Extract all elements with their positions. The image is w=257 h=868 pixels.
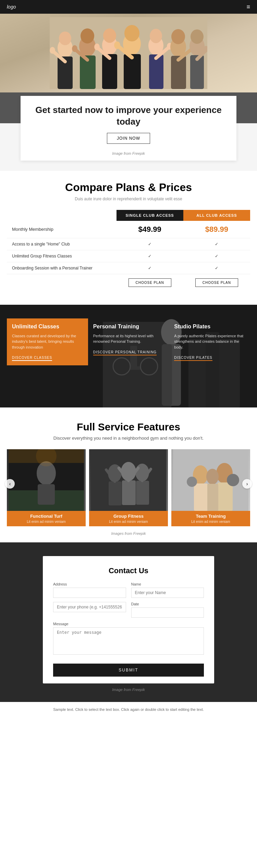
- submit-button[interactable]: SUBMIT: [53, 664, 204, 677]
- contact-form-row-2: Date: [53, 602, 204, 618]
- feature-row-1: Access to a single "Home" Club ✓ ✓: [7, 238, 250, 250]
- hero-card: Get started now to improve your experien…: [21, 96, 236, 161]
- carousel-next-button[interactable]: ›: [242, 479, 252, 489]
- service-title-3: Studio Pilates: [174, 324, 245, 330]
- membership-label: Monthly Membership: [7, 221, 117, 238]
- name-input[interactable]: [131, 588, 204, 598]
- price-single: $49.99: [117, 221, 183, 238]
- contact-card: Contact Us Address Name Date Message: [43, 556, 214, 683]
- svg-point-13: [103, 28, 116, 43]
- price-all: $89.99: [183, 221, 250, 238]
- svg-rect-50: [38, 484, 55, 505]
- address-input[interactable]: [53, 588, 126, 598]
- features-carousel: ‹ Functional Turf Lit enim ad minim: [7, 449, 250, 526]
- feature-label-2: Unlimited Group Fitness Classes: [7, 250, 117, 262]
- footer: Sample text. Click to select the text bo…: [0, 702, 257, 717]
- hero-heading: Get started now to improve your experien…: [31, 104, 226, 128]
- feature-label-3: Onboarding Session with a Personal Train…: [7, 262, 117, 274]
- feature-card-team: Team Training Lit enim ad minim veniam: [171, 449, 250, 526]
- col-single-header: SINGLE CLUB ACCESS: [117, 210, 183, 221]
- compare-heading: Compare Plans & Prices: [7, 181, 250, 194]
- feature-all-check-2: ✓: [183, 250, 250, 262]
- svg-point-23: [150, 29, 162, 43]
- choose-all-button[interactable]: CHOOSE PLAN: [195, 278, 238, 287]
- functional-turf-image: [7, 449, 86, 511]
- phone-group: [53, 602, 126, 618]
- feature-single-check-3: ✓: [117, 262, 183, 274]
- feature-all-check-1: ✓: [183, 238, 250, 250]
- address-label: Address: [53, 582, 126, 586]
- service-link-2[interactable]: DISCOVER PERSONAL TRAINING: [93, 350, 157, 355]
- feature-img-group: [89, 449, 168, 511]
- service-card-unlimited: Unlimited Classes Classes curated and de…: [7, 318, 88, 366]
- svg-rect-74: [207, 484, 218, 511]
- hero-image-credit: Image from Freepik: [31, 151, 226, 155]
- contact-section: Contact Us Address Name Date Message: [0, 542, 257, 702]
- feature-img-functional: [7, 449, 86, 511]
- join-now-button[interactable]: JOIN NOW: [107, 133, 150, 144]
- svg-point-72: [227, 474, 239, 486]
- svg-point-33: [191, 29, 204, 44]
- contact-form-row-3: Message: [53, 622, 204, 656]
- svg-rect-63: [122, 480, 136, 505]
- feature-desc-group: Lit enim ad minim veniam: [93, 520, 164, 524]
- feature-row-3: Onboarding Session with a Personal Train…: [7, 262, 250, 274]
- feature-label-group: Group Fitness Lit enim ad minim veniam: [89, 511, 168, 526]
- address-group: Address: [53, 582, 126, 598]
- site-header: logo ≡: [0, 0, 257, 14]
- svg-point-18: [124, 25, 139, 41]
- pricing-header-row: SINGLE CLUB ACCESS ALL CLUB ACCESS: [7, 210, 250, 221]
- features-subtitle: Discover everything you need in a neighb…: [7, 436, 250, 441]
- svg-rect-68: [194, 483, 208, 511]
- message-input[interactable]: [53, 627, 204, 655]
- feature-label-1: Access to a single "Home" Club: [7, 238, 117, 250]
- service-desc-3: A purely authentic Pilates experience th…: [174, 333, 245, 350]
- feature-img-team: [171, 449, 250, 511]
- features-section: Full Service Features Discover everythin…: [0, 407, 257, 542]
- service-card-pilates: Studio Pilates A purely authentic Pilate…: [169, 318, 250, 366]
- service-title-2: Personal Training: [93, 324, 164, 330]
- feature-single-check-1: ✓: [117, 238, 183, 250]
- features-image-credit: Images from Freepik: [7, 531, 250, 536]
- hero-people-image: [50, 17, 207, 89]
- features-heading: Full Service Features: [7, 421, 250, 433]
- pricing-table: SINGLE CLUB ACCESS ALL CLUB ACCESS Month…: [7, 210, 250, 291]
- service-desc-1: Classes curated and developed by the ind…: [12, 333, 83, 350]
- menu-icon[interactable]: ≡: [246, 3, 250, 11]
- svg-point-69: [187, 477, 197, 487]
- svg-rect-59: [136, 481, 149, 505]
- compare-subtitle: Duis aute irure dolor in reprehenderit i…: [7, 197, 250, 201]
- feature-label-team: Team Training Lit enim ad minim veniam: [171, 511, 250, 526]
- logo: logo: [7, 4, 16, 10]
- svg-point-5: [50, 47, 55, 54]
- name-group: Name: [131, 582, 204, 598]
- compare-section: Compare Plans & Prices Duis aute irure d…: [0, 171, 257, 305]
- contact-image-credit: Image from Freepik: [7, 688, 250, 692]
- services-content: Unlimited Classes Classes curated and de…: [0, 305, 257, 376]
- hero-image: [0, 14, 257, 92]
- date-input[interactable]: [131, 607, 204, 618]
- services-section: Unlimited Classes Classes curated and de…: [0, 305, 257, 407]
- feature-label-functional: Functional Turf Lit enim ad minim veniam: [7, 511, 86, 526]
- carousel-prev-button[interactable]: ‹: [5, 479, 15, 489]
- choose-single-button[interactable]: CHOOSE PLAN: [128, 278, 171, 287]
- svg-point-15: [94, 43, 100, 50]
- svg-point-20: [114, 41, 120, 49]
- service-link-3[interactable]: DISCOVER PILATES: [174, 356, 212, 361]
- service-card-personal: Personal Training Performance at its hig…: [88, 318, 169, 360]
- svg-point-8: [81, 28, 94, 43]
- message-group: Message: [53, 622, 204, 656]
- service-link-1[interactable]: DISCOVER CLASSES: [12, 356, 52, 361]
- feature-desc-team: Lit enim ad minim veniam: [175, 520, 246, 524]
- hero-card-wrapper: Get started now to improve your experien…: [0, 96, 257, 171]
- svg-point-73: [206, 469, 219, 485]
- date-group: Date: [131, 602, 204, 618]
- svg-point-10: [72, 45, 77, 52]
- phone-input[interactable]: [53, 602, 126, 612]
- feature-desc-functional: Lit enim ad minim veniam: [11, 520, 82, 524]
- message-label: Message: [53, 622, 204, 626]
- feature-card-group: Group Fitness Lit enim ad minim veniam: [89, 449, 168, 526]
- feature-single-check-2: ✓: [117, 250, 183, 262]
- date-label: Date: [131, 602, 204, 606]
- col-all-header: ALL CLUB ACCESS: [183, 210, 250, 221]
